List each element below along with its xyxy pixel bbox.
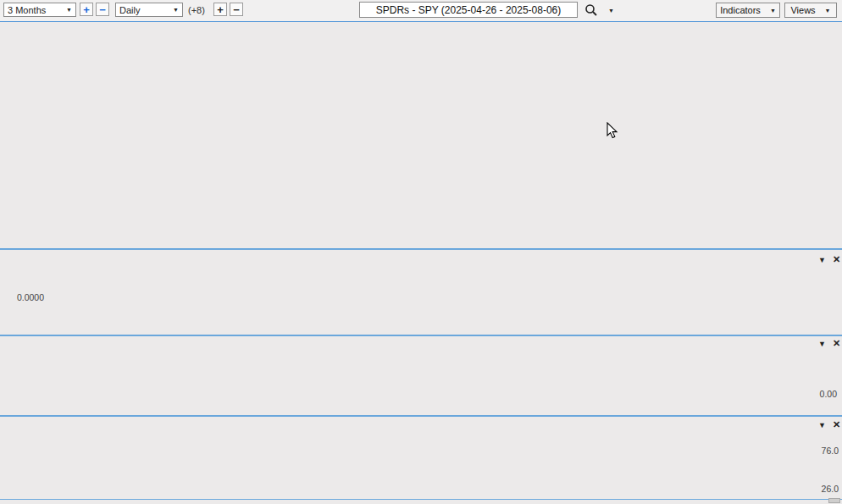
search-caret-icon[interactable]: ▼ bbox=[608, 8, 614, 14]
views-button-label: Views bbox=[790, 5, 815, 15]
chevron-down-icon: ▼ bbox=[66, 7, 72, 13]
views-button[interactable]: Views ▼ bbox=[784, 3, 837, 18]
symbol-title[interactable]: SPDRs - SPY (2025-04-26 - 2025-08-06) bbox=[359, 2, 578, 18]
range-zoom-in-button[interactable]: + bbox=[80, 3, 93, 16]
diff-chart[interactable] bbox=[0, 335, 842, 416]
symbol-title-text: SPDRs - SPY (2025-04-26 - 2025-08-06) bbox=[376, 4, 562, 16]
toolbar: 3 Months ▼ + − Daily ▼ (+8) + − SPDRs - … bbox=[0, 0, 842, 22]
interval-select-value: Daily bbox=[119, 5, 140, 15]
predicted-days-label: (+8) bbox=[188, 5, 205, 15]
app-window: 3 Months ▼ + − Daily ▼ (+8) + − SPDRs - … bbox=[0, 0, 842, 504]
predicted-days-decrease-button[interactable]: − bbox=[230, 3, 243, 16]
range-select-value: 3 Months bbox=[8, 5, 46, 15]
panel-separator[interactable] bbox=[0, 248, 842, 250]
chevron-down-icon: ▼ bbox=[173, 7, 179, 13]
rsi-chart[interactable] bbox=[0, 416, 842, 500]
panel-separator bbox=[0, 499, 842, 500]
resize-grip[interactable] bbox=[828, 498, 840, 503]
indicators-button[interactable]: Indicators ▼ bbox=[716, 3, 780, 18]
chevron-down-icon: ▼ bbox=[825, 8, 831, 14]
mouse-cursor bbox=[607, 122, 618, 139]
indicators-button-label: Indicators bbox=[720, 5, 761, 15]
predicted-days-increase-button[interactable]: + bbox=[213, 3, 227, 16]
chevron-down-icon: ▼ bbox=[770, 8, 776, 14]
interval-select[interactable]: Daily ▼ bbox=[115, 3, 183, 17]
range-zoom-out-button[interactable]: − bbox=[96, 3, 109, 16]
search-icon[interactable] bbox=[584, 3, 598, 17]
neuralx-chart[interactable] bbox=[0, 251, 842, 335]
range-select[interactable]: 3 Months ▼ bbox=[3, 3, 76, 17]
main-price-chart[interactable] bbox=[0, 21, 842, 248]
